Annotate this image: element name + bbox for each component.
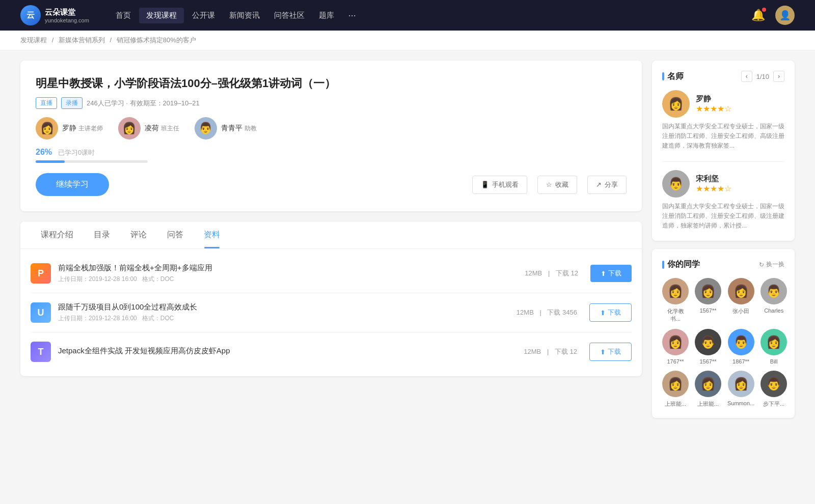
logo[interactable]: 云 云朵课堂 yundoketang.com [20, 5, 89, 25]
breadcrumb: 发现课程 / 新媒体营销系列 / 销冠修炼术搞定80%的客户 [0, 31, 815, 50]
tag-record: 录播 [61, 97, 83, 109]
logo-text: 云朵课堂 yundoketang.com [45, 8, 89, 23]
resource-icon-1: P [31, 263, 51, 284]
teacher-1-role: 主讲老师 [78, 125, 103, 132]
teacher-1-info: 罗静 主讲老师 [62, 124, 103, 133]
download-button-1[interactable]: ⬆ 下载 [590, 265, 632, 282]
classmate-8[interactable]: 👩 上班能... [662, 371, 689, 408]
tab-catalog[interactable]: 目录 [84, 221, 120, 248]
resource-list: P 前端全栈加强版！前端全栈+全周期+多端应用 上传日期：2019-12-28 … [20, 249, 642, 376]
resource-name-1: 前端全栈加强版！前端全栈+全周期+多端应用 [58, 263, 523, 273]
mobile-watch-button[interactable]: 📱 手机观看 [472, 176, 527, 194]
nav-item-discover[interactable]: 发现课程 [139, 8, 184, 23]
action-buttons: 📱 手机观看 ☆ 收藏 ↗ 分享 [472, 176, 627, 194]
teacher-sidebar-2-stars: ★★★★☆ [696, 184, 731, 193]
nav-item-news[interactable]: 新闻资讯 [223, 8, 266, 23]
tab-qa[interactable]: 问答 [157, 221, 194, 248]
mobile-icon: 📱 [481, 181, 489, 188]
classmate-4-avatar: 👩 [662, 329, 689, 355]
breadcrumb-series[interactable]: 新媒体营销系列 [59, 36, 105, 44]
download-label-1: 下载 [608, 269, 621, 278]
next-teacher-button[interactable]: › [773, 71, 784, 82]
user-avatar[interactable]: 👤 [775, 6, 795, 25]
mobile-watch-label: 手机观看 [492, 180, 519, 189]
tag-live: 直播 [36, 97, 57, 109]
tabs-row: 课程介绍 目录 评论 问答 资料 [20, 221, 642, 249]
share-button[interactable]: ↗ 分享 [587, 176, 627, 194]
notification-bell[interactable]: 🔔 [751, 9, 765, 22]
classmate-7[interactable]: 👩 Bill [760, 329, 787, 365]
share-label: 分享 [605, 180, 618, 189]
breadcrumb-current: 销冠修炼术搞定80%的客户 [117, 36, 196, 44]
classmate-0-avatar: 👩 [662, 278, 689, 304]
teacher-sidebar-1-stars: ★★★★☆ [696, 104, 731, 114]
nav-item-public[interactable]: 公开课 [186, 8, 221, 23]
classmate-5[interactable]: 👨 1567** [695, 329, 721, 365]
breadcrumb-sep2: / [110, 36, 112, 44]
breadcrumb-discover[interactable]: 发现课程 [20, 36, 47, 44]
tab-resource[interactable]: 资料 [194, 221, 230, 248]
teacher-2-info: 凌荷 班主任 [145, 124, 179, 133]
nav-item-quiz[interactable]: 题库 [313, 8, 340, 23]
teachers-sidebar-title: 名师 [662, 71, 684, 82]
classmate-6[interactable]: 👨 1867** [727, 329, 754, 365]
teachers-sidebar-card: 名师 ‹ 1/10 › 👩 罗静 ★★★★☆ 国内某重点大学安全工程专业硕士，国… [652, 61, 795, 241]
teacher-2-name: 凌荷 [145, 124, 159, 132]
nav-item-qa[interactable]: 问答社区 [268, 8, 311, 23]
classmate-2[interactable]: 👩 张小田 [727, 278, 754, 323]
teacher-sidebar-1-info: 罗静 ★★★★☆ [696, 94, 731, 114]
teacher-page: 1/10 [756, 73, 769, 80]
nav-more[interactable]: ··· [342, 7, 362, 24]
download-label-2: 下载 [608, 308, 621, 317]
continue-button[interactable]: 继续学习 [36, 173, 109, 196]
classmate-3[interactable]: 👨 Charles [760, 278, 787, 323]
refresh-button[interactable]: ↻ 换一换 [759, 260, 784, 269]
teachers-sidebar-header: 名师 ‹ 1/10 › [662, 71, 784, 82]
download-icon-3: ⬆ [600, 348, 606, 356]
progress-bar-fill [36, 160, 65, 163]
classmates-header-row: 你的同学 ↻ 换一换 [662, 259, 784, 270]
tab-intro[interactable]: 课程介绍 [31, 221, 84, 248]
download-button-2[interactable]: ⬆ 下载 [589, 303, 632, 322]
teacher-sidebar-2-avatar: 👨 [662, 170, 690, 198]
classmate-4[interactable]: 👩 1767** [662, 329, 689, 365]
download-button-3[interactable]: ⬆ 下载 [589, 343, 632, 361]
teacher-3-avatar: 👨 [195, 117, 217, 139]
classmate-4-name: 1767** [667, 358, 684, 365]
resource-item-3: T Jetpack全组件实战 开发短视频应用高仿皮皮虾App 12MB | 下载… [31, 332, 632, 371]
collect-button[interactable]: ☆ 收藏 [537, 176, 577, 194]
download-label-3: 下载 [608, 347, 621, 356]
classmate-10[interactable]: 👩 Summon... [727, 371, 754, 408]
logo-icon: 云 [20, 5, 41, 25]
classmates-title: 你的同学 [662, 259, 700, 270]
resource-stats-3: 12MB | 下载 12 [522, 347, 579, 356]
progress-section: 26% 已学习0课时 [36, 148, 627, 163]
classmate-11[interactable]: 👨 步下平... [760, 371, 787, 408]
tab-comment[interactable]: 评论 [120, 221, 157, 248]
download-icon-2: ⬆ [600, 309, 606, 317]
teacher-sidebar-1: 👩 罗静 ★★★★☆ 国内某重点大学安全工程专业硕士，国家一级注册消防工程师、注… [662, 90, 784, 151]
teacher-sidebar-1-header: 👩 罗静 ★★★★☆ [662, 90, 784, 118]
teacher-3-info: 青青平 助教 [221, 124, 257, 133]
classmate-1[interactable]: 👩 1567** [695, 278, 721, 323]
course-actions: 继续学习 📱 手机观看 ☆ 收藏 ↗ 分享 [36, 173, 627, 196]
nav-item-home[interactable]: 首页 [110, 8, 137, 23]
resource-stats-1: 12MB | 下载 12 [523, 269, 580, 278]
classmate-3-avatar: 👨 [760, 278, 787, 304]
resource-name-2: 跟随千万级项目从0到100全过程高效成长 [58, 302, 514, 312]
classmate-2-avatar: 👩 [728, 278, 754, 304]
classmate-0[interactable]: 👩 化学教书... [662, 278, 689, 323]
teacher-sidebar-1-name: 罗静 [696, 94, 731, 104]
classmate-7-name: Bill [770, 358, 778, 365]
prev-teacher-button[interactable]: ‹ [741, 71, 752, 82]
classmate-9[interactable]: 👩 上班能... [695, 371, 721, 408]
resource-info-2: 跟随千万级项目从0到100全过程高效成长 上传日期：2019-12-28 16:… [58, 302, 514, 323]
classmate-8-name: 上班能... [665, 400, 686, 408]
classmate-5-name: 1567** [699, 358, 716, 365]
classmate-10-avatar: 👩 [728, 371, 754, 397]
collect-label: 收藏 [555, 180, 568, 189]
classmate-6-avatar: 👨 [728, 329, 754, 355]
teacher-sidebar-1-desc: 国内某重点大学安全工程专业硕士，国家一级注册消防工程师、注册安全工程师、高级注册… [662, 122, 784, 151]
teacher-2-role: 班主任 [161, 125, 179, 132]
teacher-sidebar-2-name: 宋利坚 [696, 174, 731, 184]
